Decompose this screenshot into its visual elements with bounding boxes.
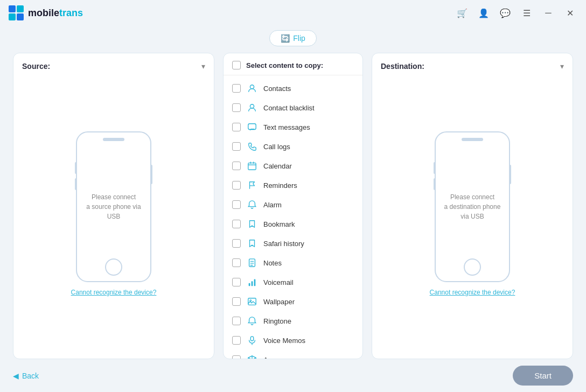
flip-label: Flip bbox=[293, 34, 305, 43]
item-checkbox-12[interactable] bbox=[232, 317, 241, 325]
item-label-10: Voicemail bbox=[263, 278, 294, 286]
item-icon-contacts bbox=[246, 82, 258, 94]
source-phone-frame: Please connect a source phone via USB bbox=[76, 131, 151, 282]
item-icon-call-logs bbox=[246, 141, 258, 152]
item-icon-ringtone bbox=[246, 315, 258, 327]
svg-point-5 bbox=[250, 104, 254, 108]
item-icon-safari-history bbox=[246, 237, 258, 249]
item-checkbox-13[interactable] bbox=[232, 336, 241, 345]
list-item[interactable]: Reminders bbox=[224, 176, 362, 195]
menu-icon[interactable]: ☰ bbox=[519, 5, 534, 20]
chat-icon[interactable]: 💬 bbox=[498, 5, 513, 20]
list-item[interactable]: Bookmark bbox=[224, 214, 362, 234]
list-item[interactable]: Calendar bbox=[224, 156, 362, 176]
columns: Source: ▾ Please connect a source phone … bbox=[13, 53, 573, 359]
destination-title: Destination: bbox=[381, 62, 424, 71]
back-label: Back bbox=[22, 372, 39, 380]
svg-rect-10 bbox=[252, 281, 253, 286]
item-label-13: Voice Memos bbox=[263, 337, 305, 345]
svg-rect-14 bbox=[250, 337, 253, 341]
list-item[interactable]: Voice Memos bbox=[224, 331, 362, 350]
item-checkbox-14[interactable] bbox=[232, 355, 241, 359]
item-icon-voicemail bbox=[246, 276, 258, 288]
start-button[interactable]: Start bbox=[513, 366, 573, 386]
list-item[interactable]: Ringtone bbox=[224, 311, 362, 331]
item-label-5: Reminders bbox=[263, 181, 297, 190]
item-checkbox-6[interactable] bbox=[232, 200, 241, 209]
bottom-bar: ◀ Back Start bbox=[0, 359, 586, 392]
item-label-7: Bookmark bbox=[263, 220, 295, 228]
select-all-checkbox[interactable] bbox=[232, 61, 241, 69]
item-checkbox-4[interactable] bbox=[232, 162, 241, 170]
item-label-0: Contacts bbox=[263, 85, 291, 93]
item-icon-bookmark bbox=[246, 218, 258, 230]
content-list[interactable]: ContactsContact blacklistText messagesCa… bbox=[224, 75, 362, 359]
item-checkbox-3[interactable] bbox=[232, 142, 241, 151]
item-checkbox-1[interactable] bbox=[232, 103, 241, 112]
item-checkbox-7[interactable] bbox=[232, 220, 241, 228]
list-item[interactable]: Alarm bbox=[224, 195, 362, 214]
list-item[interactable]: Safari history bbox=[224, 234, 362, 253]
source-phone-side-btn-left1 bbox=[75, 162, 77, 174]
brand-area: mobiletrans bbox=[9, 5, 83, 20]
list-item[interactable]: Call logs bbox=[224, 137, 362, 156]
svg-rect-2 bbox=[9, 13, 16, 20]
window-controls: 🛒 👤 💬 ☰ ─ ✕ bbox=[455, 5, 577, 20]
svg-point-4 bbox=[250, 85, 254, 89]
main-content: 🔄 Flip Source: ▾ Please connect a source… bbox=[0, 26, 586, 359]
item-checkbox-2[interactable] bbox=[232, 123, 241, 131]
destination-panel: Destination: ▾ Please connect a destinat… bbox=[372, 53, 573, 359]
svg-rect-9 bbox=[249, 283, 250, 286]
destination-phone-illustration: Please connect a destination phone via U… bbox=[381, 77, 564, 350]
list-item[interactable]: Notes bbox=[224, 253, 362, 272]
flip-area: 🔄 Flip bbox=[13, 26, 573, 53]
item-icon-alarm bbox=[246, 199, 258, 211]
destination-header: Destination: ▾ bbox=[381, 62, 564, 71]
flip-button[interactable]: 🔄 Flip bbox=[269, 30, 317, 46]
svg-rect-12 bbox=[248, 298, 256, 305]
minimize-icon[interactable]: ─ bbox=[541, 5, 556, 20]
item-label-6: Alarm bbox=[263, 201, 282, 209]
item-checkbox-11[interactable] bbox=[232, 297, 241, 306]
user-icon[interactable]: 👤 bbox=[476, 5, 491, 20]
item-label-12: Ringtone bbox=[263, 317, 291, 325]
source-phone-illustration: Please connect a source phone via USB Ca… bbox=[22, 77, 205, 350]
item-label-14: Apps bbox=[263, 356, 280, 359]
destination-cannot-recognize-link[interactable]: Cannot recognize the device? bbox=[430, 289, 515, 296]
item-label-9: Notes bbox=[263, 259, 282, 267]
content-panel: Select content to copy: ContactsContact … bbox=[223, 53, 363, 359]
destination-phone-text: Please connect a destination phone via U… bbox=[444, 192, 501, 221]
destination-phone-side-btn-left2 bbox=[434, 178, 436, 190]
source-cannot-recognize-link[interactable]: Cannot recognize the device? bbox=[71, 289, 157, 296]
svg-rect-6 bbox=[248, 124, 256, 130]
list-item[interactable]: Contact blacklist bbox=[224, 98, 362, 117]
destination-phone-side-btn-right bbox=[509, 165, 511, 184]
svg-rect-1 bbox=[17, 5, 24, 12]
svg-point-13 bbox=[250, 300, 252, 302]
list-item[interactable]: Apps bbox=[224, 350, 362, 359]
content-header: Select content to copy: bbox=[224, 53, 362, 75]
item-icon-voice-memos bbox=[246, 334, 258, 346]
list-item[interactable]: Wallpaper bbox=[224, 292, 362, 311]
item-checkbox-5[interactable] bbox=[232, 181, 241, 190]
destination-phone-frame: Please connect a destination phone via U… bbox=[435, 131, 510, 282]
item-checkbox-9[interactable] bbox=[232, 258, 241, 267]
source-chevron-icon[interactable]: ▾ bbox=[201, 62, 205, 71]
list-item[interactable]: Text messages bbox=[224, 117, 362, 137]
item-icon-apps bbox=[246, 354, 258, 359]
item-checkbox-8[interactable] bbox=[232, 239, 241, 248]
item-icon-calendar bbox=[246, 160, 258, 172]
item-checkbox-10[interactable] bbox=[232, 278, 241, 286]
item-label-1: Contact blacklist bbox=[263, 104, 315, 112]
item-checkbox-0[interactable] bbox=[232, 84, 241, 93]
cart-icon[interactable]: 🛒 bbox=[455, 5, 470, 20]
close-icon[interactable]: ✕ bbox=[562, 5, 577, 20]
item-label-3: Call logs bbox=[263, 143, 290, 151]
back-arrow-icon: ◀ bbox=[13, 372, 19, 380]
list-item[interactable]: Voicemail bbox=[224, 272, 362, 292]
source-panel: Source: ▾ Please connect a source phone … bbox=[13, 53, 214, 359]
destination-chevron-icon[interactable]: ▾ bbox=[560, 62, 564, 71]
svg-rect-7 bbox=[248, 163, 256, 170]
back-button[interactable]: ◀ Back bbox=[13, 372, 39, 380]
list-item[interactable]: Contacts bbox=[224, 79, 362, 98]
